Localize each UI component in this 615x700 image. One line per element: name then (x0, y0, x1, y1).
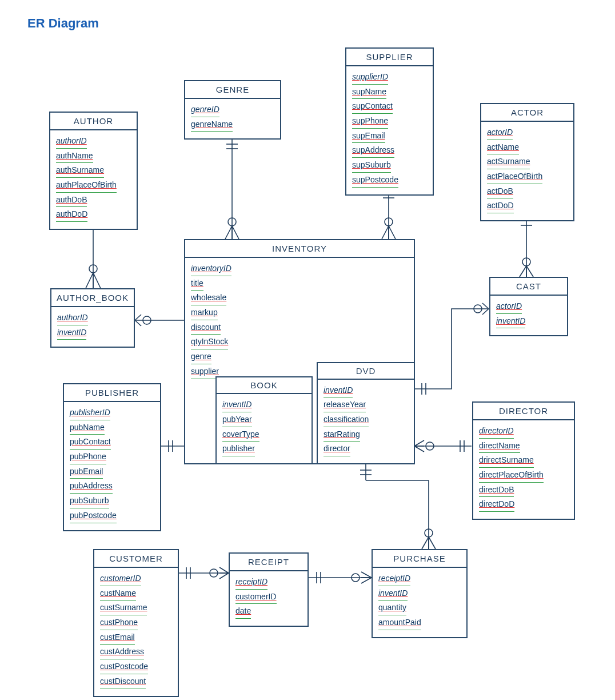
entity-director-attr: directDoB (479, 484, 514, 498)
entity-actor-attr: actSurname (487, 156, 530, 169)
entity-director-attr: directorID (479, 425, 514, 439)
entity-author-attrs: authorIDauthNameauthSurnameauthPlaceOfBi… (50, 130, 137, 229)
svg-line-5 (93, 273, 101, 288)
entity-dvd-attr: starRating (324, 428, 360, 442)
entity-receipt-attrs: receiptIDcustomerIDdate (230, 571, 308, 626)
svg-line-60 (429, 537, 436, 549)
svg-line-51 (414, 446, 424, 452)
entity-book-attrs: inventIDpubYearcoverTypepublisher (217, 394, 312, 463)
entity-director-attrs: directorIDdirectNamedrirectSurnamedirect… (473, 420, 574, 519)
svg-line-67 (361, 578, 372, 583)
svg-point-72 (210, 569, 218, 577)
entity-publisher-attrs: publisherIDpubNamepubContactpubPhonepubE… (64, 402, 160, 530)
entity-cast-attr: inventID (496, 315, 525, 329)
entity-publisher-attr: publisherID (70, 407, 110, 420)
entity-genre: GENRE genreIDgenreName (184, 80, 281, 140)
entity-purchase-attrs: receiptIDinventIDquantityamountPaid (373, 568, 466, 637)
entity-supplier-attr: supName (352, 86, 386, 100)
entity-purchase: PURCHASE receiptIDinventIDquantityamount… (372, 549, 468, 638)
svg-line-66 (361, 572, 372, 578)
svg-line-17 (225, 226, 232, 239)
entity-book: BOOK inventIDpubYearcoverTypepublisher (215, 376, 313, 464)
entity-customer-attr: custName (100, 587, 136, 601)
entity-cast: CAST actorIDinventID (489, 277, 568, 336)
svg-point-23 (385, 218, 393, 226)
entity-actor-attr: actDoB (487, 185, 513, 199)
entity-inventory-attr: discount (191, 321, 221, 335)
entity-purchase-attr: receiptID (378, 572, 410, 586)
svg-line-10 (135, 320, 141, 326)
svg-line-73 (219, 567, 229, 573)
entity-genre-attr: genreID (191, 104, 219, 117)
entity-director-attr: directName (479, 440, 520, 454)
entity-publisher-attr: pubContact (70, 436, 111, 450)
entity-publisher-attr: pubName (70, 421, 105, 435)
entity-dvd-attrs: inventIDreleaseYearclassificationstarRat… (318, 380, 414, 463)
entity-purchase-attr: inventID (378, 587, 408, 601)
entity-supplier-attr: supContact (352, 100, 393, 114)
entity-genre-title: GENRE (185, 81, 280, 99)
entity-publisher-attr: pubAddress (70, 480, 113, 494)
entity-actor-title: ACTOR (481, 104, 573, 122)
entity-author-title: AUTHOR (50, 113, 137, 130)
entity-actor-attr: actPlaceOfBirth (487, 170, 542, 184)
entity-author-book-attr: inventID (57, 327, 86, 340)
entity-publisher-attr: pubSuburb (70, 495, 109, 508)
entity-actor-attr: actorID (487, 126, 513, 140)
svg-line-24 (382, 226, 389, 239)
entity-dvd: DVD inventIDreleaseYearclassificationsta… (317, 362, 415, 464)
entity-cast-attrs: actorIDinventID (490, 296, 567, 335)
entity-inventory-attr: wholesale (191, 292, 226, 305)
entity-author-book-title: AUTHOR_BOOK (51, 289, 134, 307)
entity-customer-title: CUSTOMER (94, 550, 178, 568)
entity-publisher-attr: pubEmail (70, 466, 103, 479)
svg-point-65 (352, 574, 360, 582)
svg-line-9 (135, 315, 141, 320)
entity-cast-title: CAST (490, 278, 567, 296)
entity-receipt-title: RECEIPT (230, 554, 308, 571)
entity-author-book: AUTHOR_BOOK authorIDinventID (50, 288, 135, 348)
entity-customer-attr: custPhone (100, 617, 138, 630)
entity-director-attr: directDoD (479, 498, 514, 512)
entity-publisher-title: PUBLISHER (64, 384, 160, 402)
svg-point-49 (426, 442, 434, 450)
entity-customer-attr: custAddress (100, 646, 144, 659)
page-title: ER Diagram (27, 16, 99, 31)
entity-actor-attrs: actorIDactNameactSurnameactPlaceOfBirtha… (481, 122, 573, 220)
entity-dvd-attr: releaseYear (324, 399, 366, 412)
entity-supplier-attrs: supplierIDsupNamesupContactsupPhonesupEm… (346, 66, 433, 194)
entity-actor: ACTOR actorIDactNameactSurnameactPlaceOf… (480, 103, 574, 221)
entity-author-attr: authDoB (56, 194, 87, 208)
entity-director-attr: directPlaceOfBirth (479, 469, 544, 483)
svg-point-58 (425, 529, 433, 537)
entity-supplier-attr: supAddress (352, 144, 394, 158)
svg-line-25 (389, 226, 396, 239)
entity-director-attr: drirectSurname (479, 454, 534, 468)
svg-line-32 (526, 266, 533, 277)
entity-customer-attr: custEmail (100, 631, 135, 645)
svg-line-31 (520, 266, 526, 277)
entity-genre-attrs: genreIDgenreName (185, 99, 280, 138)
entity-inventory-attr: genre (191, 351, 211, 364)
entity-dvd-attr: director (324, 443, 350, 456)
svg-line-50 (414, 440, 424, 446)
entity-supplier-attr: supSuburb (352, 159, 391, 173)
svg-line-74 (219, 573, 229, 579)
entity-inventory-attr: inventoryID (191, 262, 231, 276)
svg-line-18 (232, 226, 239, 239)
entity-author: AUTHOR authorIDauthNameauthSurnameauthPl… (49, 112, 138, 230)
entity-book-attr: pubYear (222, 413, 252, 427)
entity-inventory-attr: markup (191, 307, 218, 320)
entity-genre-attr: genreName (191, 118, 233, 132)
entity-inventory: INVENTORY inventoryIDtitlewholesalemarku… (184, 239, 415, 464)
svg-point-30 (522, 258, 530, 266)
entity-book-attr: coverType (222, 428, 259, 442)
entity-inventory-attr: title (191, 277, 203, 291)
entity-director-title: DIRECTOR (473, 403, 574, 420)
entity-inventory-title: INVENTORY (185, 240, 414, 258)
svg-line-4 (86, 273, 93, 288)
entity-receipt-attr: customerID (235, 591, 277, 604)
entity-author-attr: authorID (56, 135, 87, 149)
svg-line-59 (422, 537, 429, 549)
entity-supplier-attr: supPhone (352, 115, 388, 129)
